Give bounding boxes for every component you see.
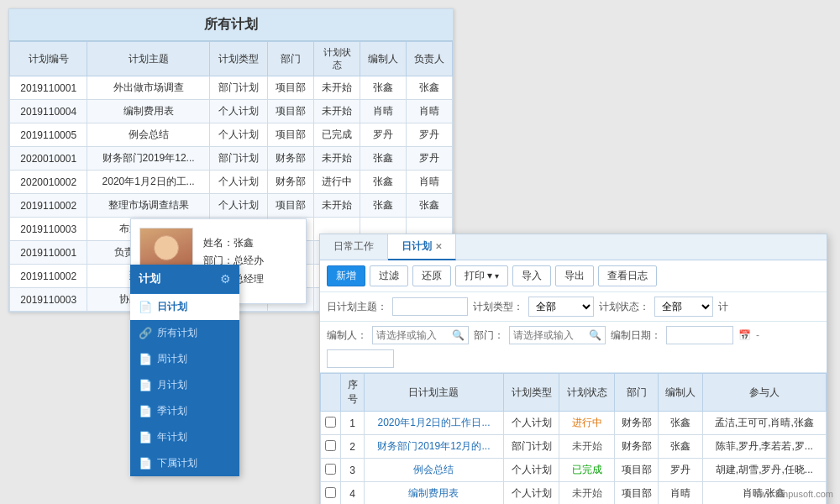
list-item: 2 财务部门2019年12月的... 部门计划 未开始 财务部 张鑫 陈菲,罗丹… xyxy=(321,435,827,459)
toolbar-btn-还原[interactable]: 还原 xyxy=(412,265,451,286)
row-checkbox-1[interactable] xyxy=(321,435,341,459)
cell-status: 已完成 xyxy=(314,123,360,147)
col-6: 编制人 xyxy=(659,374,702,412)
toolbar-btn-导入[interactable]: 导入 xyxy=(512,265,551,286)
sidebar-item-下属计划[interactable]: 📄下属计划 xyxy=(130,450,239,476)
row-editor-3: 肖晴 xyxy=(659,482,702,505)
row-theme-3[interactable]: 编制费用表 xyxy=(365,482,504,505)
cell-leader: 张鑫 xyxy=(407,76,453,100)
cell-theme: 例会总结 xyxy=(87,123,209,147)
cell-id: 2019110002 xyxy=(10,265,87,288)
row-participants-0: 孟洁,王可可,肖晴,张鑫 xyxy=(702,412,826,435)
date-input-end[interactable] xyxy=(327,349,394,368)
tab-1[interactable]: 日计划✕ xyxy=(388,234,456,260)
status-label: 计划状态： xyxy=(599,300,649,314)
cell-id: 2019110003 xyxy=(10,218,87,241)
col-0 xyxy=(321,374,341,412)
theme-input[interactable] xyxy=(392,297,468,316)
cell-dept: 财务部 xyxy=(268,171,314,194)
cell-editor: 张鑫 xyxy=(360,147,407,171)
toolbar-btn-查看日志[interactable]: 查看日志 xyxy=(598,265,657,286)
cell-editor: 张鑫 xyxy=(360,171,407,194)
sidebar-item-所有计划[interactable]: 🔗所有计划 xyxy=(130,320,239,346)
cell-status: 未开始 xyxy=(314,100,360,123)
bg-col-leader: 负责人 xyxy=(407,42,453,76)
filter-row-2: 编制人： 🔍 部门： 🔍 编制日期： 📅 - xyxy=(320,322,827,373)
sidebar-icon-5: 📄 xyxy=(139,431,152,444)
table-row: 2019110001 外出做市场调查 部门计划 项目部 未开始 张鑫 张鑫 xyxy=(10,76,453,100)
cell-theme: 财务部门2019年12... xyxy=(87,147,209,171)
dept-input[interactable] xyxy=(510,327,585,344)
list-item: 4 编制费用表 个人计划 未开始 项目部 肖晴 肖晴,张鑫 xyxy=(321,482,827,505)
type-select[interactable]: 全部 个人计划 部门计划 xyxy=(528,297,594,317)
status-select[interactable]: 全部 未开始 进行中 已完成 xyxy=(654,297,713,317)
row-editor-2: 罗丹 xyxy=(659,459,702,482)
sidebar-label-6: 下属计划 xyxy=(157,456,197,470)
cell-editor: 张鑫 xyxy=(360,194,407,218)
cell-status: 未开始 xyxy=(314,194,360,218)
col-5: 部门 xyxy=(615,374,659,412)
cell-id: 2019110002 xyxy=(10,194,87,218)
toolbar: 新增过滤还原打印 ▾导入导出查看日志 xyxy=(320,260,827,292)
row-checkbox-3[interactable] xyxy=(321,482,341,505)
sidebar-item-季计划[interactable]: 📄季计划 xyxy=(130,398,239,424)
sidebar-title: 计划 xyxy=(139,271,160,286)
cell-id: 2019110001 xyxy=(10,241,87,265)
editor-search-icon[interactable]: 🔍 xyxy=(449,329,468,341)
tabs-bar: 日常工作日计划✕ xyxy=(320,234,827,260)
row-theme-2[interactable]: 例会总结 xyxy=(365,459,504,482)
row-type-1: 部门计划 xyxy=(503,435,559,459)
row-dept-3: 项目部 xyxy=(615,482,659,505)
row-type-3: 个人计划 xyxy=(503,482,559,505)
sidebar-icon-4: 📄 xyxy=(139,405,152,417)
col-7: 参与人 xyxy=(702,374,826,412)
table-row: 2020010002 2020年1月2日的工... 个人计划 财务部 进行中 张… xyxy=(10,171,453,194)
calendar-icon[interactable]: 📅 xyxy=(738,329,751,341)
cell-dept: 项目部 xyxy=(268,100,314,123)
sidebar-header: 计划 ⚙ xyxy=(130,265,239,294)
bg-col-dept: 部门 xyxy=(268,42,314,76)
bg-col-id: 计划编号 xyxy=(10,42,87,76)
cell-id: 2019110004 xyxy=(10,100,87,123)
row-checkbox-2[interactable] xyxy=(321,459,341,482)
bg-col-type: 计划类型 xyxy=(209,42,268,76)
sidebar-icon-2: 📄 xyxy=(139,353,152,365)
editor-input[interactable] xyxy=(373,327,449,344)
tab-close-icon[interactable]: ✕ xyxy=(435,242,442,251)
tab-0[interactable]: 日常工作 xyxy=(320,234,388,260)
cell-status: 进行中 xyxy=(314,171,360,194)
row-status-3: 未开始 xyxy=(559,482,615,505)
editor-label: 编制人： xyxy=(327,328,367,343)
bg-col-editor: 编制人 xyxy=(360,42,407,76)
sidebar: 计划 ⚙ 📄日计划🔗所有计划📄周计划📄月计划📄季计划📄年计划📄下属计划 xyxy=(130,265,239,476)
cell-status: 未开始 xyxy=(314,147,360,171)
toolbar-btn-新增[interactable]: 新增 xyxy=(327,265,365,286)
row-dept-0: 财务部 xyxy=(615,412,659,435)
gear-icon[interactable]: ⚙ xyxy=(220,272,231,286)
main-panel: 日常工作日计划✕ 新增过滤还原打印 ▾导入导出查看日志 日计划主题： 计划类型：… xyxy=(319,234,827,504)
editor-input-wrapper: 🔍 xyxy=(372,326,469,344)
row-theme-0[interactable]: 2020年1月2日的工作日... xyxy=(365,412,504,435)
sidebar-item-日计划[interactable]: 📄日计划 xyxy=(130,294,239,320)
toolbar-btn-打印[interactable]: 打印 ▾ xyxy=(455,265,508,286)
row-seq-1: 2 xyxy=(341,435,365,459)
toolbar-btn-导出[interactable]: 导出 xyxy=(555,265,594,286)
row-theme-1[interactable]: 财务部门2019年12月的... xyxy=(365,435,504,459)
toolbar-btn-过滤[interactable]: 过滤 xyxy=(370,265,408,286)
row-editor-0: 张鑫 xyxy=(659,412,702,435)
row-dept-2: 项目部 xyxy=(615,459,659,482)
extra-label: 计 xyxy=(718,300,728,314)
table-row: 2019110005 例会总结 个人计划 项目部 已完成 罗丹 罗丹 xyxy=(10,123,453,147)
filter-row-1: 日计划主题： 计划类型： 全部 个人计划 部门计划 计划状态： 全部 未开始 进… xyxy=(320,292,827,322)
row-checkbox-0[interactable] xyxy=(321,412,341,435)
sidebar-item-月计划[interactable]: 📄月计划 xyxy=(130,372,239,398)
date-input[interactable] xyxy=(666,326,733,344)
sidebar-item-周计划[interactable]: 📄周计划 xyxy=(130,346,239,372)
sidebar-item-年计划[interactable]: 📄年计划 xyxy=(130,424,239,450)
sidebar-icon-1: 🔗 xyxy=(139,327,152,339)
bg-col-theme: 计划主题 xyxy=(87,42,209,76)
dept-label: 部门： xyxy=(474,328,504,343)
table-row: 2019110004 编制费用表 个人计划 项目部 未开始 肖晴 肖晴 xyxy=(10,100,453,123)
cell-type: 个人计划 xyxy=(209,171,268,194)
dept-search-icon[interactable]: 🔍 xyxy=(585,329,605,341)
